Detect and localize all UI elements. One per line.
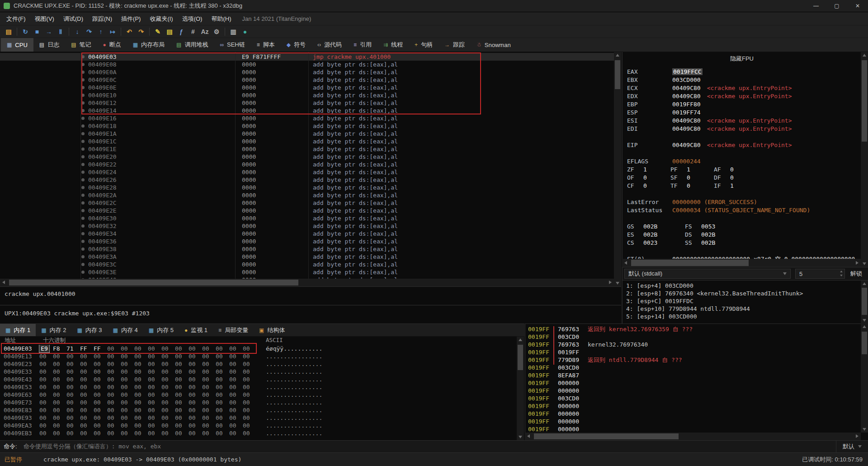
run-button[interactable]: → — [43, 27, 54, 37]
tab-memory-3[interactable]: ▦内存 3 — [71, 324, 107, 336]
scroll-thumb[interactable] — [9, 280, 298, 285]
hex-byte[interactable]: 00 — [94, 422, 107, 429]
hex-byte[interactable]: 00 — [80, 360, 94, 368]
breakpoint-dot-icon[interactable] — [81, 124, 85, 128]
flag-value[interactable]: 0 — [643, 182, 670, 190]
hash-button[interactable]: # — [188, 27, 198, 37]
hex-byte[interactable]: 00 — [202, 414, 216, 422]
register-value[interactable]: 00409C80 — [672, 125, 701, 132]
breakpoint-dot-icon[interactable] — [81, 271, 85, 274]
scroll-right-icon[interactable] — [856, 261, 859, 265]
scroll-down-icon[interactable] — [863, 319, 866, 322]
tab-seh-chain[interactable]: ∞SEH链 — [214, 38, 250, 52]
hex-byte[interactable]: 00 — [94, 360, 107, 368]
breakpoint-dot-icon[interactable] — [81, 94, 85, 97]
hex-byte[interactable]: 00 — [121, 352, 134, 360]
register-row[interactable]: EDI00409C80<crackme upx.EntryPoint> — [627, 125, 861, 133]
breakpoint-dot-icon[interactable] — [81, 240, 85, 243]
hex-row[interactable]: 00409E03E9F871FFFF0000000000000000000000… — [0, 345, 524, 352]
hex-byte[interactable]: 00 — [94, 391, 107, 399]
hex-byte[interactable]: 00 — [94, 429, 107, 437]
hex-byte[interactable]: 00 — [148, 360, 161, 368]
flag-value[interactable]: 1 — [643, 166, 670, 174]
hex-byte[interactable]: 00 — [94, 414, 107, 422]
command-input[interactable]: 命令使用逗号分隔（像汇编语言）: mov eax, ebx — [24, 442, 836, 451]
scroll-up-icon[interactable] — [863, 282, 866, 285]
tab-call-stack[interactable]: ▤调用堆栈 — [170, 38, 214, 52]
strings-button[interactable]: Az — [199, 27, 210, 37]
hex-byte[interactable]: 00 — [229, 391, 243, 399]
breakpoint-dot-icon[interactable] — [81, 140, 85, 143]
hex-byte[interactable]: 00 — [161, 345, 175, 352]
argument-row[interactable]: 2: [esp+8] 76976340 <kernel32.BaseThread… — [626, 290, 868, 297]
hex-byte[interactable]: 00 — [121, 376, 134, 383]
hex-byte[interactable]: E9 — [39, 345, 49, 352]
tab-locals[interactable]: ≡局部变量 — [213, 324, 254, 336]
hex-byte[interactable]: 00 — [80, 422, 94, 429]
hex-byte[interactable]: FF — [80, 345, 94, 352]
breakpoint-dot-icon[interactable] — [81, 163, 85, 166]
disasm-row[interactable]: 00409E300000add byte ptr ds:[eax],al — [0, 214, 614, 222]
hex-byte[interactable]: 00 — [202, 422, 216, 429]
hex-byte[interactable]: 00 — [66, 429, 80, 437]
hex-byte[interactable]: 00 — [202, 352, 216, 360]
tab-watch-1[interactable]: ●监视 1 — [179, 324, 213, 336]
arguments-vscrollbar[interactable] — [861, 281, 868, 323]
hex-byte[interactable]: 00 — [189, 422, 202, 429]
hex-byte[interactable]: 00 — [39, 422, 53, 429]
hex-byte[interactable]: 00 — [148, 429, 161, 437]
tab-trace[interactable]: →跟踪 — [439, 38, 471, 52]
hex-byte[interactable]: 00 — [161, 368, 175, 376]
breakpoint-dot-icon[interactable] — [81, 55, 85, 58]
comments-button[interactable]: ▤ — [164, 27, 175, 37]
hex-byte[interactable]: 00 — [39, 399, 53, 406]
hex-byte[interactable]: 00 — [216, 345, 229, 352]
calling-convention-select[interactable]: 默认 (stdcall) — [624, 269, 791, 279]
breakpoint-dot-icon[interactable] — [81, 194, 85, 197]
hex-byte[interactable]: 00 — [216, 368, 229, 376]
breakpoint-dot-icon[interactable] — [81, 101, 85, 105]
flag-value[interactable]: 0 — [730, 174, 757, 182]
hex-byte[interactable]: 00 — [202, 368, 216, 376]
disasm-row[interactable]: 00409E180000add byte ptr ds:[eax],al — [0, 122, 614, 130]
argument-row[interactable]: 4: [esp+10] 779D8944 ntdll.779D8944 — [626, 305, 868, 313]
hex-byte[interactable]: 00 — [107, 368, 121, 376]
tab-memory-4[interactable]: ▦内存 4 — [108, 324, 143, 336]
hex-byte[interactable]: 00 — [202, 391, 216, 399]
hex-byte[interactable]: 00 — [53, 414, 66, 422]
hex-byte[interactable]: 00 — [121, 360, 134, 368]
hex-byte[interactable]: 00 — [189, 368, 202, 376]
hex-byte[interactable]: 00 — [229, 414, 243, 422]
scroll-up-icon[interactable] — [519, 338, 522, 341]
hex-byte[interactable]: 00 — [229, 345, 243, 352]
breakpoint-dot-icon[interactable] — [81, 109, 85, 112]
hex-byte[interactable]: 00 — [121, 391, 134, 399]
menu-item-file[interactable]: 文件(F) — [2, 12, 30, 25]
stack-row[interactable]: 0019FF000000 — [525, 410, 868, 418]
hex-byte[interactable]: 00 — [216, 352, 229, 360]
restart-button[interactable]: ↻ — [20, 27, 31, 37]
disasm-row[interactable]: 00409E0C0000add byte ptr ds:[eax],al — [0, 76, 614, 84]
hex-byte[interactable]: 00 — [80, 368, 94, 376]
step-over-button[interactable]: ↷ — [84, 27, 94, 37]
hex-byte[interactable]: 00 — [175, 383, 189, 391]
hex-byte[interactable]: 00 — [175, 406, 189, 414]
hex-byte[interactable]: 00 — [175, 414, 189, 422]
scroll-down-icon[interactable] — [863, 262, 866, 265]
registers-vscrollbar[interactable] — [861, 52, 868, 267]
scroll-left-icon[interactable] — [527, 434, 530, 438]
hex-byte[interactable]: 00 — [53, 360, 66, 368]
hex-byte[interactable]: 00 — [161, 414, 175, 422]
hex-byte[interactable]: 00 — [202, 399, 216, 406]
hex-byte[interactable]: 00 — [189, 345, 202, 352]
pause-button[interactable]: Ⅱ — [55, 27, 66, 37]
scroll-down-icon[interactable] — [863, 428, 866, 431]
unlock-button[interactable]: 解锁 — [850, 270, 862, 278]
hex-byte[interactable]: 00 — [189, 360, 202, 368]
argument-count-stepper[interactable]: 5 — [795, 269, 845, 279]
hex-byte[interactable]: 00 — [39, 406, 53, 414]
register-value[interactable]: 0019FF80 — [672, 101, 701, 108]
memory-map-button[interactable]: ▥ — [228, 27, 239, 37]
hex-byte[interactable]: 00 — [121, 368, 134, 376]
hex-byte[interactable]: 00 — [216, 391, 229, 399]
